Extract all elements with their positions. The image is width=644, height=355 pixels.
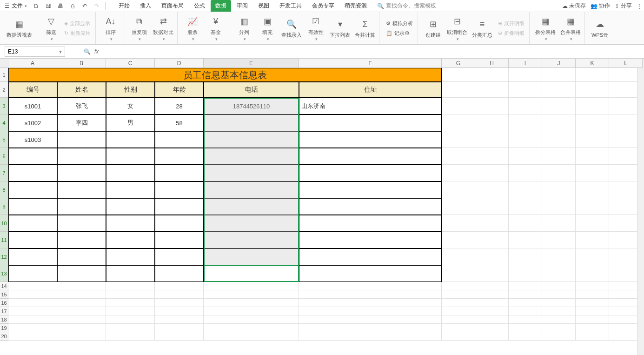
cell-I6[interactable] <box>509 148 542 165</box>
cell-G19[interactable] <box>442 324 475 332</box>
cell-J19[interactable] <box>542 324 576 332</box>
cell-I20[interactable] <box>509 332 542 341</box>
table-cell-r3-c2[interactable] <box>106 148 155 165</box>
table-cell-r0-c4[interactable]: 18744526110 <box>204 98 299 114</box>
vertical-scrollbar[interactable] <box>637 59 644 355</box>
table-cell-r4-c2[interactable] <box>106 165 155 181</box>
row-header-18[interactable]: 18 <box>0 315 8 324</box>
cell-D15[interactable] <box>155 290 204 299</box>
row-header-6[interactable]: 6 <box>0 148 8 165</box>
cell-E18[interactable] <box>204 315 299 324</box>
select-all-corner[interactable] <box>0 59 8 68</box>
cell-I3[interactable] <box>509 98 542 114</box>
table-cell-r5-c4[interactable] <box>204 181 299 198</box>
table-cell-r0-c1[interactable]: 张飞 <box>57 98 106 114</box>
table-cell-r7-c0[interactable] <box>8 215 57 232</box>
share-button[interactable]: ⇪ 分享 <box>615 2 632 10</box>
row-header-7[interactable]: 7 <box>0 165 8 181</box>
table-cell-r7-c5[interactable] <box>299 215 442 232</box>
tab-data[interactable]: 数据 <box>211 0 231 12</box>
col-header-H[interactable]: H <box>475 59 509 68</box>
table-header-4[interactable]: 电话 <box>204 82 299 98</box>
cell-I1[interactable] <box>509 68 542 82</box>
cell-A19[interactable] <box>8 324 57 332</box>
cell-G12[interactable] <box>442 248 475 265</box>
row-header-5[interactable]: 5 <box>0 131 8 148</box>
col-header-G[interactable]: G <box>442 59 475 68</box>
table-cell-r8-c0[interactable] <box>8 232 57 248</box>
more-icon[interactable]: ⋮ <box>637 3 642 9</box>
cell-I9[interactable] <box>509 198 542 215</box>
table-cell-r6-c0[interactable] <box>8 198 57 215</box>
table-cell-r10-c3[interactable] <box>155 265 204 282</box>
row-header-17[interactable]: 17 <box>0 307 8 315</box>
table-cell-r8-c3[interactable] <box>155 232 204 248</box>
cell-E15[interactable] <box>204 290 299 299</box>
cell-K7[interactable] <box>576 165 609 181</box>
namebox-dropdown-icon[interactable]: ▾ <box>59 48 62 55</box>
cell-K19[interactable] <box>576 324 609 332</box>
cell-K2[interactable] <box>576 82 609 98</box>
table-cell-r0-c2[interactable]: 女 <box>106 98 155 114</box>
cell-A16[interactable] <box>8 299 57 307</box>
redo-icon[interactable]: ↷ <box>91 1 102 11</box>
cell-J13[interactable] <box>542 265 576 282</box>
col-header-K[interactable]: K <box>576 59 609 68</box>
cell-J17[interactable] <box>542 307 576 315</box>
table-cell-r6-c2[interactable] <box>106 198 155 215</box>
collab-button[interactable]: 👥 协作 <box>591 2 610 10</box>
cell-G16[interactable] <box>442 299 475 307</box>
cell-D18[interactable] <box>155 315 204 324</box>
table-cell-r8-c1[interactable] <box>57 232 106 248</box>
cell-I13[interactable] <box>509 265 542 282</box>
cell-I17[interactable] <box>509 307 542 315</box>
cell-B16[interactable] <box>57 299 106 307</box>
cell-H1[interactable] <box>475 68 509 82</box>
cell-I18[interactable] <box>509 315 542 324</box>
splittable-button[interactable]: ▦拆分表格 <box>535 15 556 41</box>
cell-H18[interactable] <box>475 315 509 324</box>
cell-K18[interactable] <box>576 315 609 324</box>
table-cell-r3-c4[interactable] <box>204 148 299 165</box>
cell-K14[interactable] <box>576 282 609 290</box>
row-header-2[interactable]: 2 <box>0 82 8 98</box>
table-header-1[interactable]: 姓名 <box>57 82 106 98</box>
cell-K3[interactable] <box>576 98 609 114</box>
cell-K11[interactable] <box>576 232 609 248</box>
cell-G15[interactable] <box>442 290 475 299</box>
cell-I4[interactable] <box>509 114 542 131</box>
cell-E14[interactable] <box>204 282 299 290</box>
cell-C15[interactable] <box>106 290 155 299</box>
col-header-D[interactable]: D <box>155 59 204 68</box>
col-header-A[interactable]: A <box>8 59 57 68</box>
cell-G13[interactable] <box>442 265 475 282</box>
table-cell-r4-c4[interactable] <box>204 165 299 181</box>
cell-A17[interactable] <box>8 307 57 315</box>
table-cell-r2-c1[interactable] <box>57 131 106 148</box>
table-cell-r1-c1[interactable]: 李四 <box>57 114 106 131</box>
cell-I10[interactable] <box>509 215 542 232</box>
row-header-10[interactable]: 10 <box>0 215 8 232</box>
table-cell-r8-c4[interactable] <box>204 232 299 248</box>
cell-G14[interactable] <box>442 282 475 290</box>
formula-input[interactable] <box>102 47 644 56</box>
table-cell-r1-c2[interactable]: 男 <box>106 114 155 131</box>
name-box-input[interactable] <box>8 48 50 55</box>
cell-I12[interactable] <box>509 248 542 265</box>
tab-insert[interactable]: 插入 <box>135 0 156 12</box>
cell-H13[interactable] <box>475 265 509 282</box>
subtotal-button[interactable]: ≡分类汇总 <box>472 18 492 39</box>
cell-K8[interactable] <box>576 181 609 198</box>
cell-H14[interactable] <box>475 282 509 290</box>
cell-J9[interactable] <box>542 198 576 215</box>
cell-A18[interactable] <box>8 315 57 324</box>
cell-I8[interactable] <box>509 181 542 198</box>
cell-A14[interactable] <box>8 282 57 290</box>
table-cell-r2-c2[interactable] <box>106 131 155 148</box>
tab-member[interactable]: 会员专享 <box>307 0 339 12</box>
table-cell-r7-c1[interactable] <box>57 215 106 232</box>
name-box[interactable]: ▾ <box>5 47 65 57</box>
cell-K6[interactable] <box>576 148 609 165</box>
table-cell-r10-c0[interactable] <box>8 265 57 282</box>
cell-I2[interactable] <box>509 82 542 98</box>
